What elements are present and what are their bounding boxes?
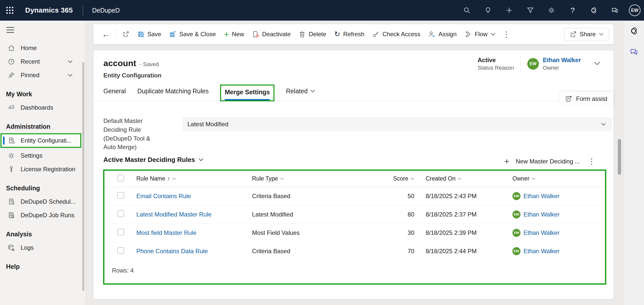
owner-link[interactable]: Ethan Walker [524, 193, 559, 200]
rules-table: Rule Name ↑ Rule Type [104, 171, 605, 260]
rule-type-cell: Most Field Values [252, 224, 335, 242]
rule-name-link[interactable]: Most field Master Rule [136, 229, 196, 236]
tab-related[interactable]: Related [286, 85, 315, 100]
lightbulb-button[interactable] [477, 0, 499, 21]
column-header-created-on[interactable]: Created On [415, 171, 506, 187]
teams-chat-pane-button[interactable] [629, 47, 639, 57]
sidebar-item-settings[interactable]: Settings [0, 149, 85, 162]
row-checkbox[interactable] [117, 192, 124, 199]
deactivate-label: Deactivate [262, 31, 291, 38]
assign-button[interactable]: Assign [424, 28, 461, 40]
owner-link[interactable]: Ethan Walker [524, 211, 559, 218]
help-button[interactable]: ? [562, 0, 583, 21]
sidebar-scrollbar[interactable] [82, 62, 84, 291]
column-header-owner[interactable]: Owner [506, 171, 605, 187]
copilot-icon [590, 6, 598, 14]
column-header-rule-name[interactable]: Rule Name ↑ [136, 171, 252, 187]
sidebar-item-dashboards[interactable]: Dashboards [0, 101, 85, 114]
save-and-close-button[interactable]: Save & Close [165, 28, 220, 40]
main-scrollbar-thumb[interactable] [618, 139, 621, 175]
sidebar-item-license-registration[interactable]: License Registration [0, 162, 85, 176]
assign-person-icon [428, 31, 435, 38]
tab-merge-settings[interactable]: Merge Settings [225, 86, 270, 100]
quick-create-button[interactable] [499, 0, 520, 21]
sidebar-item-entity-configuration[interactable]: Entity Configurati... [2, 134, 80, 147]
table-row[interactable]: Latest Modified Master Rule Latest Modif… [104, 205, 605, 224]
entity-configuration-annotation-box: Entity Configurati... [1, 133, 81, 148]
form-assist-button[interactable]: Form assist [559, 92, 614, 106]
back-arrow-icon: ← [102, 30, 110, 39]
check-access-button[interactable]: Check Access [368, 28, 424, 40]
new-master-deciding-rule-button[interactable]: + New Master Deciding ... [501, 154, 583, 168]
row-checkbox[interactable] [117, 210, 124, 217]
copilot-button[interactable] [583, 0, 604, 21]
subgrid-title: Active Master Deciding Rules [103, 156, 195, 164]
new-master-deciding-rule-label: New Master Deciding ... [516, 158, 580, 165]
search-button[interactable] [456, 0, 477, 21]
rule-name-link[interactable]: Email Contains Rule [136, 193, 191, 199]
share-button[interactable]: Share [564, 28, 609, 40]
column-label: Rule Name [136, 175, 165, 182]
copilot-icon [629, 26, 639, 36]
default-rule-dropdown[interactable]: Latest Modified [183, 117, 612, 131]
open-in-new-window-button[interactable] [118, 28, 133, 40]
column-header-score[interactable]: Score [335, 171, 415, 187]
rules-grid-annotation-box: Rule Name ↑ Rule Type [103, 169, 606, 285]
sidebar-item-pinned[interactable]: Pinned [0, 68, 85, 82]
owner-link[interactable]: Ethan Walker [524, 229, 559, 236]
app-launcher-waffle-icon[interactable] [3, 3, 17, 18]
feedback-button[interactable] [604, 0, 625, 21]
back-button[interactable]: ← [98, 27, 114, 41]
column-label: Score [393, 175, 408, 182]
tab-duplicate-matching-rules[interactable]: Duplicate Matching Rules [137, 85, 209, 100]
owner-avatar: EW [512, 210, 520, 219]
delete-button[interactable]: Delete [295, 28, 330, 40]
new-button[interactable]: + New [220, 27, 248, 42]
row-checkbox[interactable] [117, 247, 124, 254]
brand-title[interactable]: Dynamics 365 [25, 6, 73, 14]
rule-name-link[interactable]: Latest Modified Master Rule [136, 211, 212, 218]
header-summary-fields: Active Status Reason EW Ethan Walker Own… [478, 56, 600, 72]
sidebar-item-label: Logs [21, 244, 34, 251]
save-button[interactable]: Save [133, 28, 165, 40]
settings-button[interactable] [541, 0, 562, 21]
row-checkbox[interactable] [117, 229, 124, 235]
owner-link[interactable]: Ethan Walker [543, 57, 581, 64]
filter-button[interactable] [520, 0, 541, 21]
select-all-checkbox[interactable] [117, 175, 124, 181]
save-close-label: Save & Close [179, 31, 216, 38]
sidebar-item-home[interactable]: Home [0, 41, 85, 55]
refresh-label: Refresh [343, 31, 364, 38]
table-row[interactable]: Most field Master Rule Most Field Values… [104, 224, 605, 242]
user-avatar[interactable]: EW [629, 5, 640, 16]
default-rule-value: Latest Modified [187, 121, 228, 128]
subgrid-more-commands-button[interactable]: ⋮ [585, 154, 598, 168]
refresh-button[interactable]: ↻ Refresh [330, 28, 369, 40]
table-row[interactable]: Email Contains Rule Criteria Based 50 8/… [104, 187, 605, 205]
copilot-pane-button[interactable] [629, 26, 639, 36]
score-cell: 50 [335, 187, 415, 205]
column-label: Owner [512, 175, 530, 182]
column-header-rule-type[interactable]: Rule Type [252, 171, 335, 187]
sidebar-item-recent[interactable]: Recent [0, 55, 85, 68]
owner-avatar: EW [512, 192, 520, 200]
more-commands-button[interactable]: ⋮ [500, 27, 513, 41]
sidebar-item-label: DeDupeD Job Runs [21, 212, 74, 219]
flow-icon [465, 31, 472, 38]
owner-link[interactable]: Ethan Walker [524, 248, 559, 255]
app-name[interactable]: DeDupeD [92, 7, 120, 14]
collapse-sidebar-button[interactable] [6, 27, 15, 34]
rule-name-link[interactable]: Phone Contains Data Rule [136, 248, 208, 254]
owner-avatar: EW [512, 247, 520, 255]
sidebar-item-deduped-scheduler[interactable]: DeDupeD Schedul... [0, 195, 85, 208]
subgrid-view-selector[interactable]: Active Master Deciding Rules [103, 156, 204, 164]
sidebar-item-logs[interactable]: Logs [0, 241, 85, 254]
flow-button[interactable]: Flow [461, 28, 500, 40]
tab-general[interactable]: General [103, 85, 126, 100]
sidebar-item-label: Dashboards [21, 104, 53, 111]
deactivate-button[interactable]: Deactivate [248, 28, 295, 40]
topbar-divider [83, 6, 83, 15]
collapse-header-button[interactable] [594, 61, 600, 66]
sidebar-item-deduped-job-runs[interactable]: DeDupeD Job Runs [0, 208, 85, 222]
table-row[interactable]: Phone Contains Data Rule Criteria Based … [104, 242, 605, 260]
